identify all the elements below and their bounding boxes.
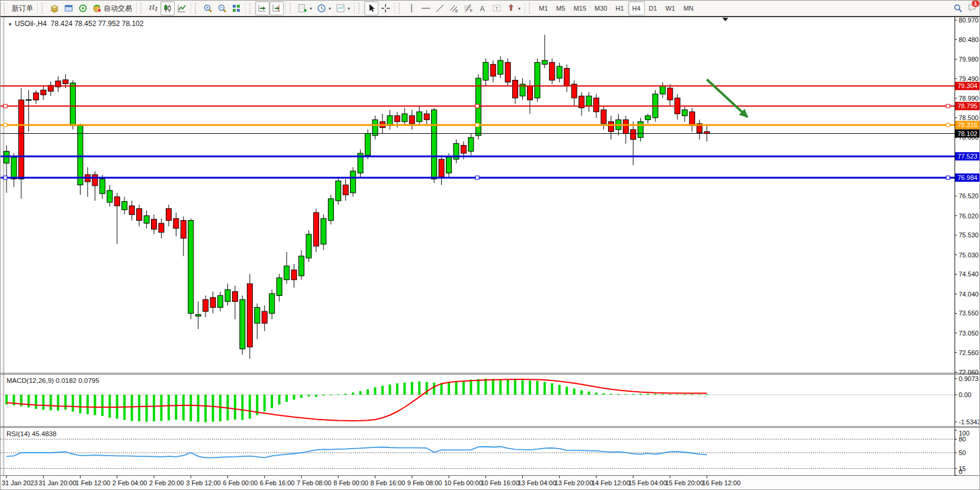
chart-canvas[interactable]: 80.97080.48079.98079.49078.99078.50078.0… [1, 1, 980, 490]
macd-hist-bar [669, 394, 671, 395]
svg-text:76.020: 76.020 [959, 212, 979, 220]
candle-bull [78, 125, 83, 185]
macd-hist-bar [388, 385, 391, 395]
periods-menu-button[interactable]: ▾ [314, 1, 333, 15]
indicators-menu-button[interactable]: ▾ [295, 1, 314, 15]
svg-text:T: T [496, 6, 499, 11]
dropdown-arrow-icon[interactable]: ▾ [518, 6, 520, 11]
toolbar: 新订单自动交易▾▾▾EFAT▾M1M5M15M30H1H4D1W1MN1 [1, 1, 980, 17]
svg-text:13 Feb 04:00: 13 Feb 04:00 [518, 479, 557, 486]
macd-hist-bar [654, 394, 657, 395]
fibonacci-tool-button[interactable]: F [461, 1, 475, 15]
text-label-tool-button[interactable]: T [490, 1, 504, 15]
toolbar-group-handle[interactable] [41, 3, 46, 14]
indicators-add-icon [298, 4, 307, 13]
macd-hist-bar [307, 395, 310, 396]
notification-badge: 1 [972, 0, 979, 7]
tf-w1-button[interactable]: W1 [661, 1, 680, 15]
arrows-tool-button[interactable]: ▾ [504, 1, 523, 15]
text-tool-button[interactable]: A [475, 1, 490, 15]
macd-hist-bar [153, 395, 155, 421]
crosshair-tool-button[interactable] [378, 1, 393, 15]
macd-hist-bar [396, 383, 399, 395]
price-flag: 78.795 [955, 102, 980, 110]
tf-h1-button[interactable]: H1 [611, 1, 628, 15]
template-icon [336, 4, 345, 13]
tf-d1-button[interactable]: D1 [645, 1, 661, 15]
svg-text:80.970: 80.970 [959, 17, 979, 24]
auto-scroll-icon [258, 4, 267, 13]
chart-shift-button[interactable] [269, 1, 284, 15]
toolbar-group-handle[interactable] [290, 3, 294, 14]
hline-selection-marker [475, 123, 479, 127]
svg-text:2 Feb 04:00: 2 Feb 04:00 [113, 479, 147, 486]
auto-scroll-button[interactable] [255, 1, 269, 15]
toolbar-separator [245, 2, 246, 14]
tf-m5-label: M5 [556, 5, 565, 12]
vertical-line-tool-button[interactable] [404, 1, 419, 15]
toolbar-group-handle[interactable] [140, 3, 144, 14]
layers-button[interactable] [47, 1, 62, 15]
zoom-in-button[interactable] [201, 1, 215, 15]
candle-bull [107, 191, 113, 202]
signals-button[interactable] [76, 1, 90, 15]
tf-mn-label: MN [683, 5, 693, 12]
toolbar-group-handle[interactable] [399, 3, 403, 14]
svg-text:7 Feb 08:00: 7 Feb 08:00 [297, 479, 332, 486]
market-window-button[interactable] [62, 1, 76, 15]
candle-bull [122, 202, 127, 210]
macd-hist-bar [640, 394, 642, 395]
auto-trading-button[interactable]: 自动交易 [90, 1, 134, 15]
tf-mn-button[interactable]: MN [679, 1, 698, 15]
search-button[interactable] [951, 1, 965, 15]
dropdown-arrow-icon[interactable]: ▾ [310, 6, 312, 11]
new-order-button[interactable]: 新订单 [9, 1, 36, 15]
tf-h4-button[interactable]: H4 [628, 1, 645, 15]
dropdown-arrow-icon[interactable]: ▾ [348, 6, 350, 11]
svg-text:77.523: 77.523 [957, 153, 978, 160]
svg-text:14 Feb 12:00: 14 Feb 12:00 [592, 479, 630, 486]
channel-tool-button[interactable]: E [447, 1, 461, 15]
candlestick-mode-button[interactable] [160, 1, 175, 15]
macd-hist-bar [418, 382, 420, 395]
svg-text:78.500: 78.500 [959, 114, 979, 121]
tf-m5-button[interactable]: M5 [552, 1, 569, 15]
macd-hist-bar [632, 394, 634, 395]
candle-bull [586, 96, 592, 106]
candle-bear [33, 93, 38, 100]
v-line-icon [407, 4, 416, 13]
cursor-tool-button[interactable] [364, 1, 378, 15]
macd-hist-bar [625, 394, 627, 395]
candle-bear [505, 62, 510, 82]
chat-button[interactable]: 1 [965, 1, 979, 15]
tf-m30-button[interactable]: M30 [590, 1, 611, 15]
macd-hist-bar [676, 394, 679, 395]
candle-bear [63, 80, 68, 84]
zoom-out-button[interactable] [215, 1, 229, 15]
templates-menu-button[interactable]: ▾ [333, 1, 352, 15]
chart-collapse-arrow[interactable]: ▼ [8, 22, 12, 27]
tf-m15-button[interactable]: M15 [570, 1, 590, 15]
line-chart-icon [177, 4, 187, 13]
bar-chart-mode-button[interactable] [146, 1, 160, 15]
toolbar-group-handle[interactable] [195, 3, 199, 14]
clock-icon [317, 4, 326, 13]
macd-hist-bar [610, 394, 612, 395]
horizontal-line-tool-button[interactable] [419, 1, 433, 15]
tf-m1-button[interactable]: M1 [535, 1, 552, 15]
dropdown-arrow-icon[interactable]: ▾ [329, 6, 331, 11]
toolbar-group-handle[interactable] [4, 3, 8, 14]
candle-bull [446, 157, 452, 173]
arrows-icon [506, 4, 516, 13]
trendline-tool-button[interactable] [433, 1, 447, 15]
tile-windows-button[interactable] [229, 1, 243, 15]
candle-bull [535, 62, 540, 98]
time-axis[interactable]: 31 Jan 202331 Jan 20:001 Feb 12:002 Feb … [1, 476, 980, 490]
svg-text:80: 80 [959, 436, 966, 443]
toolbar-group-handle[interactable] [249, 3, 253, 14]
toolbar-group-handle[interactable] [529, 3, 533, 14]
macd-hist-bar [433, 383, 435, 395]
toolbar-group-handle[interactable] [358, 3, 362, 14]
hline-selection-marker [946, 176, 950, 179]
line-chart-mode-button[interactable] [175, 1, 189, 15]
